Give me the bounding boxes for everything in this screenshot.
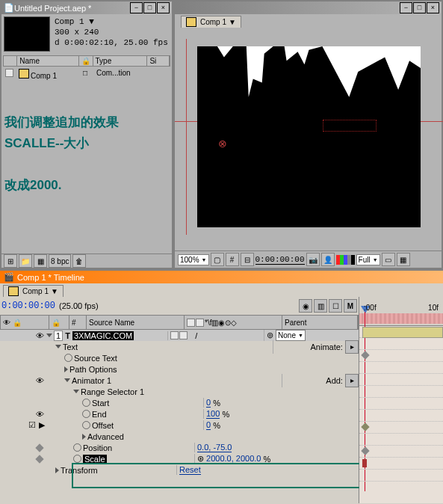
anchor-icon: ⊗: [218, 138, 227, 150]
timeline-panel: 🎬Comp 1 * Timeline Comp 1 ▼ 0:00:00:00 (…: [0, 269, 443, 504]
keyframe[interactable]: [361, 446, 369, 455]
resolution-dropdown[interactable]: Full: [356, 254, 380, 265]
name-col: Name: [17, 56, 78, 66]
prop-end: End: [92, 410, 107, 419]
maximize-button[interactable]: □: [413, 2, 426, 13]
roi-icon[interactable]: ▭: [382, 253, 395, 266]
size-col: Si: [147, 56, 170, 66]
prop-offset: Offset: [92, 421, 114, 430]
comp-icon[interactable]: ▦: [34, 254, 47, 268]
comp-time[interactable]: 0:00:00:00: [255, 255, 305, 265]
keyframe[interactable]: [361, 422, 369, 431]
reset-button[interactable]: Reset: [179, 465, 201, 475]
comp-tab[interactable]: Comp 1 ▼: [181, 16, 241, 28]
project-iteminfo: Comp 1 ▼ 300 x 240 d 0:00:02:10, 25.00 f…: [55, 16, 168, 48]
project-footer: ⊞ 📁 ▦ 8 bpc 🗑: [1, 253, 172, 268]
mask-icon[interactable]: ⊟: [241, 253, 254, 266]
safezone-icon[interactable]: ▢: [211, 253, 224, 266]
close-button[interactable]: ×: [157, 2, 170, 13]
prop-pathoptions: Path Options: [69, 365, 117, 374]
prop-text: Text: [63, 342, 78, 351]
prop-transform: Transform: [61, 466, 98, 475]
motionblur-icon[interactable]: ◉: [299, 299, 312, 313]
prop-position: Position: [83, 443, 112, 452]
timeline-title[interactable]: 🎬Comp 1 * Timeline: [0, 271, 443, 283]
transp-icon[interactable]: ▦: [397, 253, 410, 266]
fps-label: (25.00 fps): [59, 301, 99, 310]
prop-rangesel: Range Selector 1: [81, 387, 144, 396]
channel-strip[interactable]: [336, 255, 355, 265]
timecode[interactable]: 0:00:00:00: [1, 301, 55, 311]
prop-scale: Scale: [83, 455, 107, 464]
folder-icon[interactable]: 📁: [19, 254, 32, 268]
prop-sourcetext: Source Text: [74, 354, 117, 363]
project-cols[interactable]: Name 🔒 Type Si: [3, 55, 170, 67]
prop-advanced: Advanced: [87, 432, 124, 441]
annotation-overlay: 我们调整追加的效果 SCALLE--大小 改成2000.: [4, 112, 119, 196]
comp-preview[interactable]: ⊗: [197, 46, 421, 227]
comp-titlebar[interactable]: − □ ×: [175, 1, 442, 14]
minimize-button[interactable]: −: [400, 2, 412, 13]
maximize-button[interactable]: □: [143, 2, 156, 13]
close-button[interactable]: ×: [427, 2, 439, 13]
timeline-tab[interactable]: Comp 1 ▼: [3, 285, 63, 297]
stopwatch-icon[interactable]: [64, 354, 72, 362]
project-item[interactable]: Comp 1 □ Com...tion: [3, 68, 170, 81]
keyframe-scale[interactable]: [362, 459, 367, 467]
snapshot-icon[interactable]: 📷: [306, 253, 320, 266]
comp-panel: − □ × Comp 1 ▼ ⊗ 100% ▢ # ⊟ 0:00:00:00 📷…: [173, 0, 443, 269]
project-thumbnail: [4, 16, 50, 52]
comp-footer: 100% ▢ # ⊟ 0:00:00:00 📷 👤 Full ▭ ▦: [175, 251, 442, 268]
scale-value[interactable]: 2000.0, 2000.0: [206, 454, 261, 464]
prop-animator: Animator 1: [72, 376, 111, 385]
keyframe[interactable]: [361, 351, 369, 359]
shyhide-icon[interactable]: M: [344, 299, 357, 313]
time-ruler[interactable]: :00f 10f: [359, 297, 443, 326]
type-col: Type: [93, 56, 148, 66]
bpc-button[interactable]: 8 bpc: [49, 254, 71, 268]
timeline-tracks[interactable]: :00f 10f: [359, 297, 443, 503]
grid-icon[interactable]: #: [226, 253, 239, 266]
property-tree[interactable]: 👁 1 T 3XMAGIC.COM / ⊚ None TextAnimate: …: [0, 330, 359, 476]
flowchart-icon[interactable]: ⊞: [4, 254, 17, 268]
project-title: Untitled Project.aep *: [14, 4, 91, 13]
timeline-cols[interactable]: 👁 🔒 🔒 # Source Name *\f▥◉⊙◇ Parent: [0, 315, 359, 330]
layer-name: 3XMAGIC.COM: [72, 331, 134, 340]
3d-icon[interactable]: ☐: [329, 299, 342, 313]
trash-icon[interactable]: 🗑: [72, 254, 86, 268]
project-titlebar[interactable]: 📄Untitled Project.aep * − □ ×: [1, 1, 172, 14]
prop-start: Start: [92, 399, 109, 408]
sourcename-col: Source Name: [87, 316, 185, 329]
animate-button[interactable]: Animate:: [311, 342, 343, 351]
show-snapshot-icon[interactable]: 👤: [321, 253, 335, 266]
minimize-button[interactable]: −: [130, 2, 143, 13]
parent-col: Parent: [282, 316, 358, 329]
zoom-dropdown[interactable]: 100%: [178, 254, 209, 265]
project-panel: 📄Untitled Project.aep * − □ × Comp 1 ▼ 3…: [0, 0, 173, 269]
add-button[interactable]: Add:: [326, 376, 343, 385]
frameblend-icon[interactable]: ▥: [314, 299, 327, 313]
